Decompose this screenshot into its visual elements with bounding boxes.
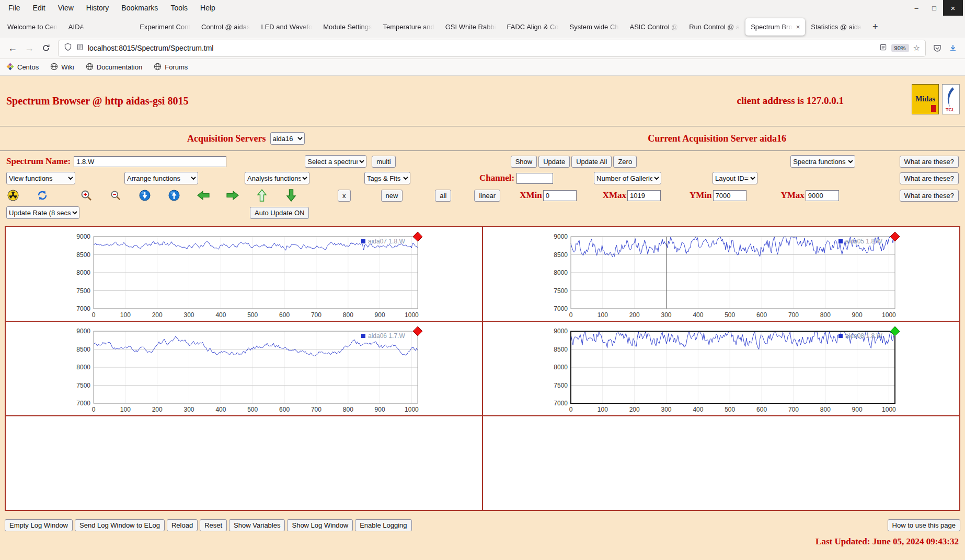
- tab-temperature-and[interactable]: Temperature and: [377, 18, 439, 36]
- what-are-these-button-2[interactable]: What are these?: [900, 172, 959, 184]
- linear-button[interactable]: linear: [474, 190, 500, 202]
- view-functions-dropdown[interactable]: View functions: [6, 172, 75, 184]
- gallery-cell-4[interactable]: 7000750080008500900001002003004005006007…: [483, 321, 960, 416]
- bookmark-documentation[interactable]: Documentation: [86, 63, 142, 72]
- zero-button[interactable]: Zero: [613, 156, 637, 168]
- spectra-functions-dropdown[interactable]: Spectra functions: [790, 155, 855, 168]
- tab-asic-control[interactable]: ASIC Control @: [625, 18, 684, 36]
- layout-id-dropdown[interactable]: Layout ID=8: [713, 172, 757, 184]
- show-variables-button[interactable]: Show Variables: [229, 519, 285, 531]
- what-are-these-button-3[interactable]: What are these?: [900, 190, 959, 202]
- url-bar[interactable]: localhost:8015/Spectrum/Spectrum.tml 90%…: [59, 40, 925, 56]
- tcl-logo[interactable]: TCL: [942, 84, 960, 114]
- tab-spectrum-bro[interactable]: Spectrum Bro×: [745, 18, 805, 36]
- what-are-these-button-1[interactable]: What are these?: [900, 156, 959, 168]
- url-text[interactable]: localhost:8015/Spectrum/Spectrum.tml: [88, 44, 875, 52]
- tab-run-control-a[interactable]: Run Control @ a: [684, 18, 745, 36]
- xmin-input[interactable]: [543, 190, 577, 201]
- all-button[interactable]: all: [435, 190, 451, 202]
- download-icon[interactable]: [945, 40, 961, 56]
- zoom-out-icon[interactable]: [109, 189, 122, 202]
- arrange-functions-dropdown[interactable]: Arrange functions: [124, 172, 198, 184]
- spectrum-name-input[interactable]: [74, 156, 226, 167]
- tab-system-wide-ch[interactable]: System wide Ch: [565, 18, 624, 36]
- bookmark-star-icon[interactable]: ☆: [913, 43, 920, 53]
- how-to-use-button[interactable]: How to use this page: [888, 519, 960, 531]
- midas-logo[interactable]: Midas: [912, 84, 939, 114]
- zoom-in-icon[interactable]: [79, 189, 93, 202]
- update-rate-dropdown[interactable]: Update Rate (8 secs): [6, 206, 79, 219]
- gallery-cell-1[interactable]: 7000750080008500900001002003004005006007…: [5, 227, 483, 321]
- bookmark-forums[interactable]: Forums: [154, 63, 188, 72]
- enable-logging-button[interactable]: Enable Logging: [355, 519, 411, 531]
- minimize-button[interactable]: –: [907, 0, 925, 16]
- send-log-window-to-elog-button[interactable]: Send Log Window to ELog: [75, 519, 165, 531]
- arrow-down-icon[interactable]: [284, 189, 298, 202]
- back-icon[interactable]: ←: [4, 40, 21, 56]
- world-down-icon[interactable]: [138, 189, 152, 202]
- tab-gsi-white-rabbi[interactable]: GSI White Rabbi: [440, 18, 501, 36]
- gallery-cell-6[interactable]: [483, 416, 960, 510]
- tracking-shield-icon[interactable]: [64, 43, 72, 53]
- tab-led-and-wavefo[interactable]: LED and Wavefo: [256, 18, 317, 36]
- arrow-right-icon[interactable]: [226, 189, 239, 202]
- update-all-button[interactable]: Update All: [571, 156, 612, 168]
- select-spectrum-dropdown[interactable]: Select a spectrum: [305, 155, 366, 168]
- menu-tools[interactable]: Tools: [164, 0, 194, 16]
- menu-help[interactable]: Help: [194, 0, 222, 16]
- menu-edit[interactable]: Edit: [27, 0, 52, 16]
- acquisition-server-select[interactable]: aida16: [270, 132, 305, 145]
- tab-statistics-aida[interactable]: Statistics @ aida: [806, 18, 867, 36]
- radiation-icon[interactable]: [6, 189, 20, 202]
- zoom-level-badge[interactable]: 90%: [891, 44, 909, 52]
- empty-log-window-button[interactable]: Empty Log Window: [5, 519, 73, 531]
- reload-button[interactable]: Reload: [167, 519, 198, 531]
- bookmark-centos[interactable]: Centos: [6, 63, 39, 72]
- site-info-icon[interactable]: [76, 43, 84, 53]
- analysis-functions-dropdown[interactable]: Analysis functions: [245, 172, 309, 184]
- new-tab-button[interactable]: +: [867, 19, 883, 34]
- tab-close-icon[interactable]: ×: [796, 23, 800, 31]
- reset-button[interactable]: Reset: [200, 519, 227, 531]
- tab-experiment-cont[interactable]: Experiment Cont: [134, 18, 196, 36]
- close-button[interactable]: ×: [943, 0, 963, 16]
- spectrum-plot[interactable]: 7000750080008500900001002003004005006007…: [542, 231, 901, 321]
- pocket-icon[interactable]: [929, 40, 945, 56]
- menu-history[interactable]: History: [80, 0, 116, 16]
- maximize-button[interactable]: □: [925, 0, 943, 16]
- tab-aida[interactable]: AIDA: [63, 18, 89, 36]
- new-button[interactable]: new: [381, 190, 403, 202]
- gallery-cell-3[interactable]: 7000750080008500900001002003004005006007…: [5, 321, 483, 416]
- gallery-cell-5[interactable]: [5, 416, 483, 510]
- gallery-cell-2[interactable]: 7000750080008500900001002003004005006007…: [483, 227, 960, 321]
- auto-update-button[interactable]: Auto Update ON: [250, 207, 309, 219]
- menu-file[interactable]: File: [2, 0, 27, 16]
- update-button[interactable]: Update: [538, 156, 570, 168]
- ymin-input[interactable]: [713, 190, 746, 201]
- x-button[interactable]: x: [338, 190, 351, 202]
- show-log-window-button[interactable]: Show Log Window: [287, 519, 353, 531]
- channel-input[interactable]: [516, 173, 553, 184]
- spectrum-plot[interactable]: 7000750080008500900001002003004005006007…: [64, 326, 424, 416]
- world-up-icon[interactable]: [167, 189, 181, 202]
- tab-fadc-align-co[interactable]: FADC Align & Co: [502, 18, 564, 36]
- number-of-galleries-dropdown[interactable]: Number of Galleries: [594, 172, 661, 184]
- reader-mode-icon[interactable]: [879, 43, 887, 53]
- spectrum-plot[interactable]: 7000750080008500900001002003004005006007…: [64, 231, 424, 321]
- tags-fits-dropdown[interactable]: Tags & Fits: [364, 172, 410, 184]
- show-button[interactable]: Show: [511, 156, 537, 168]
- spectrum-plot[interactable]: 7000750080008500900001002003004005006007…: [542, 326, 901, 416]
- bookmark-wiki[interactable]: Wiki: [50, 63, 74, 72]
- arrow-left-icon[interactable]: [197, 189, 210, 202]
- tab-module-settings[interactable]: Module Settings: [318, 18, 377, 36]
- menu-view[interactable]: View: [52, 0, 80, 16]
- reload-icon[interactable]: [38, 40, 54, 56]
- ymax-input[interactable]: [806, 190, 839, 201]
- tab-welcome-to-cen[interactable]: Welcome to Cen: [2, 18, 63, 36]
- menu-bookmarks[interactable]: Bookmarks: [115, 0, 164, 16]
- forward-icon[interactable]: →: [21, 40, 38, 56]
- tab-control-aidas[interactable]: Control @ aidas: [196, 18, 255, 36]
- multi-button[interactable]: multi: [372, 156, 395, 168]
- refresh-icon[interactable]: [36, 189, 49, 202]
- arrow-up-icon[interactable]: [255, 189, 269, 202]
